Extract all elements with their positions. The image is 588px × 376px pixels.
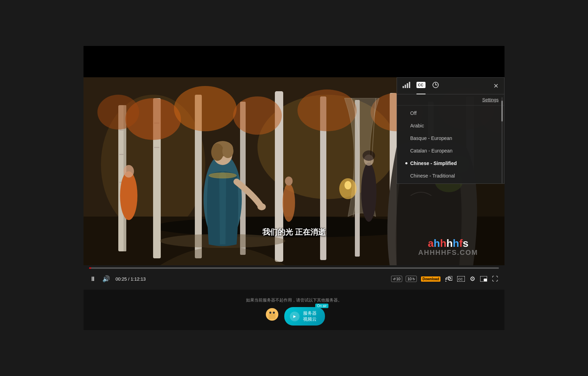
mascot bbox=[263, 307, 281, 326]
svg-point-45 bbox=[363, 150, 375, 161]
server-button[interactable]: ▶ 服务器 视频云 bbox=[284, 307, 325, 326]
svg-rect-50 bbox=[405, 85, 406, 88]
cast-button[interactable] bbox=[445, 275, 453, 282]
svg-point-37 bbox=[222, 144, 233, 158]
controls-left: ⏸ 🔊 00:25 / 1:12:13 bbox=[89, 274, 146, 283]
download-badge: Download bbox=[421, 276, 440, 282]
svg-text:CC: CC bbox=[458, 277, 463, 281]
header-tabs: CC bbox=[403, 82, 439, 90]
svg-point-30 bbox=[344, 181, 351, 189]
svg-point-38 bbox=[257, 203, 266, 210]
subtitle-option-off[interactable]: Off bbox=[397, 107, 504, 119]
svg-point-22 bbox=[97, 95, 139, 130]
controls-bar: ⏸ 🔊 00:25 / 1:12:13 ↺ 10 10 ↻ bbox=[84, 265, 504, 290]
bottom-bar: ahhhhfs AHHHHFS.COM 如果当前服务器不起作用，请尝试以下其他服… bbox=[84, 290, 504, 330]
svg-rect-52 bbox=[409, 82, 410, 88]
svg-rect-49 bbox=[403, 86, 404, 88]
svg-point-41 bbox=[120, 171, 137, 220]
settings-link[interactable]: Settings bbox=[397, 94, 504, 105]
svg-point-23 bbox=[174, 86, 237, 131]
pause-button[interactable]: ⏸ bbox=[89, 275, 97, 283]
pip-button[interactable] bbox=[479, 275, 488, 282]
forward-button[interactable]: 10 ↻ bbox=[406, 276, 417, 282]
subtitle-dropdown: CC ✕ Settings Off bbox=[397, 77, 504, 184]
svg-rect-20 bbox=[154, 147, 159, 148]
svg-point-46 bbox=[283, 183, 295, 222]
settings-button[interactable]: ⚙ bbox=[469, 274, 476, 283]
svg-point-36 bbox=[211, 143, 224, 161]
selected-bullet bbox=[405, 162, 407, 164]
scrollbar-thumb[interactable] bbox=[501, 101, 503, 122]
subtitle-text: 我们的光 正在消逝 bbox=[262, 227, 326, 237]
svg-rect-56 bbox=[445, 281, 446, 282]
svg-rect-51 bbox=[407, 83, 408, 88]
server-notice: 如果当前服务器不起作用，请尝试以下其他服务器。 bbox=[246, 297, 342, 303]
subtitle-option-catalan[interactable]: Catalan - European bbox=[397, 144, 504, 157]
subtitle-option-basque[interactable]: Basque - European bbox=[397, 132, 504, 144]
on-air-badge: On air bbox=[315, 304, 328, 308]
scrollbar-track bbox=[501, 97, 503, 183]
subtitle-option-chinese-traditional[interactable]: Chinese - Traditional bbox=[397, 170, 504, 182]
svg-point-42 bbox=[124, 165, 134, 178]
quality-tab[interactable] bbox=[403, 82, 410, 90]
video-frame[interactable]: 我们的光 正在消逝 bbox=[84, 77, 504, 265]
svg-point-43 bbox=[361, 163, 376, 222]
rewind-button[interactable]: ↺ 10 bbox=[391, 276, 402, 282]
subtitle-tab[interactable]: CC bbox=[416, 82, 426, 90]
progress-fill bbox=[89, 267, 91, 269]
svg-rect-16 bbox=[119, 130, 124, 131]
svg-point-24 bbox=[233, 96, 282, 135]
svg-rect-17 bbox=[119, 154, 124, 155]
subtitle-options-list: Off Arabic Basque - European Catalan - E… bbox=[397, 105, 504, 183]
video-black-bar bbox=[84, 46, 504, 77]
volume-button[interactable]: 🔊 bbox=[102, 274, 111, 283]
svg-rect-62 bbox=[484, 279, 487, 281]
svg-text:CC: CC bbox=[418, 83, 423, 87]
subtitle-option-chinese-simplified[interactable]: Chinese - Simplified bbox=[397, 157, 504, 170]
server-button-area: On air ▶ 服务器 视频云 bbox=[263, 307, 325, 326]
dropdown-header: CC ✕ bbox=[397, 78, 504, 94]
svg-point-33 bbox=[209, 173, 237, 178]
time-display: 00:25 / 1:12:13 bbox=[116, 276, 146, 282]
server-btn-text: 服务器 视频云 bbox=[303, 311, 317, 322]
server-play-icon: ▶ bbox=[290, 312, 300, 321]
dropdown-close-button[interactable]: ✕ bbox=[493, 82, 499, 90]
cc-button[interactable]: CC bbox=[456, 275, 466, 282]
controls-right: ↺ 10 10 ↻ Download bbox=[391, 274, 499, 283]
download-button[interactable]: Download bbox=[420, 276, 441, 282]
svg-point-47 bbox=[285, 177, 293, 186]
fullscreen-button[interactable]: ⛶ bbox=[491, 275, 499, 283]
chapters-tab[interactable] bbox=[432, 82, 439, 90]
subtitle-option-arabic[interactable]: Arabic bbox=[397, 119, 504, 132]
svg-point-25 bbox=[297, 89, 357, 131]
svg-rect-58 bbox=[450, 277, 451, 279]
controls-row: ⏸ 🔊 00:25 / 1:12:13 ↺ 10 10 ↻ bbox=[89, 270, 499, 288]
server-button-container: On air ▶ 服务器 视频云 bbox=[284, 307, 325, 326]
progress-bar[interactable] bbox=[89, 267, 499, 269]
